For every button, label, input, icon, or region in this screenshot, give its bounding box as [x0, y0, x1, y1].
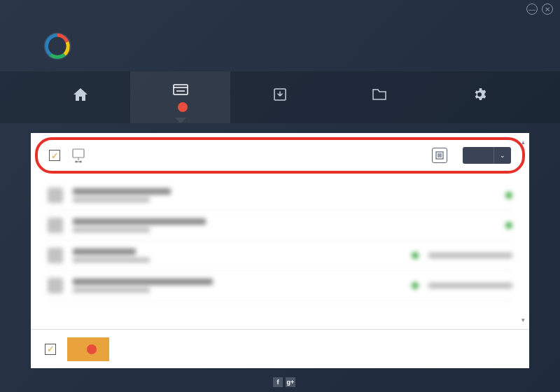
updates-badge [178, 102, 188, 112]
svg-rect-5 [73, 149, 84, 158]
blurred-driver-rows [31, 174, 529, 301]
driver-row-highlighted: ✓ ⌄ [35, 137, 525, 174]
updates-icon [173, 83, 188, 97]
svg-point-9 [80, 161, 81, 162]
download-install-button[interactable] [67, 337, 109, 361]
chevron-down-icon[interactable]: ⌄ [493, 147, 511, 164]
close-button[interactable]: ✕ [542, 4, 553, 15]
content-panel: ✓ ⌄ ▴ ▾ ✓ [31, 133, 529, 368]
checkbox[interactable]: ✓ [49, 150, 60, 161]
nav-settings[interactable] [430, 71, 529, 123]
svg-point-8 [76, 161, 77, 162]
select-all-checkbox[interactable]: ✓ [45, 344, 56, 355]
footer: f g+ [0, 372, 560, 392]
logo-icon [42, 31, 73, 62]
minimize-button[interactable]: — [526, 4, 538, 15]
nav-home[interactable] [31, 71, 130, 123]
scroll-down-icon[interactable]: ▾ [518, 315, 528, 325]
details-button[interactable] [432, 148, 447, 163]
list-item [48, 271, 512, 301]
nav-driver-updates[interactable] [130, 71, 230, 123]
facebook-icon[interactable]: f [273, 377, 283, 387]
action-bar: ✓ [31, 329, 529, 368]
list-item [48, 241, 512, 271]
nav-backup[interactable] [230, 71, 330, 123]
google-plus-icon[interactable]: g+ [286, 377, 295, 387]
driver-list: ✓ ⌄ ▴ ▾ [31, 133, 529, 329]
list-item [48, 211, 512, 241]
update-button[interactable]: ⌄ [463, 147, 511, 164]
social-links: f g+ [273, 377, 295, 387]
svg-rect-1 [174, 85, 188, 94]
scroll-up-icon[interactable]: ▴ [518, 137, 528, 147]
restore-icon [372, 88, 387, 102]
device-info [97, 155, 422, 156]
app-header [0, 18, 560, 71]
gear-icon [472, 88, 487, 102]
scrollbar[interactable]: ▴ ▾ [518, 137, 528, 325]
main-nav [0, 71, 560, 123]
home-icon [73, 88, 88, 102]
list-item [48, 181, 512, 211]
install-badge [87, 344, 97, 354]
titlebar: — ✕ [0, 0, 560, 18]
backup-icon [272, 88, 288, 102]
network-device-icon [70, 147, 87, 164]
nav-restore[interactable] [330, 71, 429, 123]
